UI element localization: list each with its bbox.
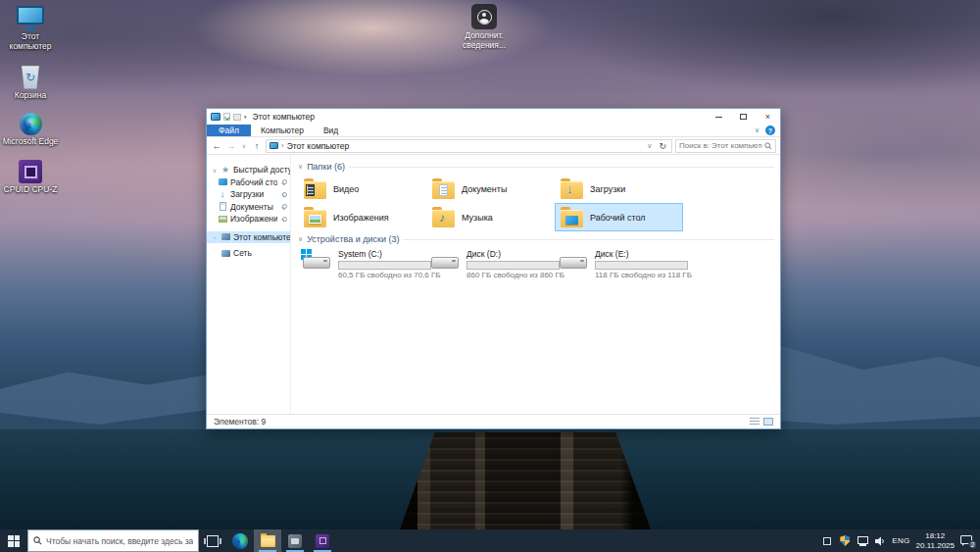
clock[interactable]: 18:12 20.11.2025: [916, 531, 955, 549]
window-app-icon: [211, 113, 220, 121]
folder-tile-downloads[interactable]: ↓ Загрузки: [555, 175, 683, 203]
tab-file[interactable]: Файл: [207, 125, 251, 136]
desktop-icon-edge[interactable]: Microsoft Edge: [0, 113, 61, 147]
history-dropdown-icon[interactable]: ∨: [240, 142, 248, 149]
taskbar-search-box[interactable]: [27, 529, 199, 552]
taskbar-app-button[interactable]: [281, 529, 309, 552]
desktop-icon-label: Корзина: [15, 91, 46, 101]
qat-dropdown-icon[interactable]: ▾: [244, 114, 247, 120]
status-bar: Элементов: 9: [207, 414, 780, 428]
folder-tile-documents[interactable]: Документы: [426, 175, 555, 203]
qat-properties-icon[interactable]: [223, 113, 230, 121]
quick-access-toolbar: ▾: [207, 113, 247, 121]
breadcrumb[interactable]: Этот компьютер: [287, 141, 643, 151]
sidebar-item-network[interactable]: Сеть: [207, 247, 290, 260]
cpuz-icon: [316, 534, 329, 548]
info-label-line2: сведения...: [463, 41, 506, 51]
sidebar-item-pictures[interactable]: Изображения: [207, 213, 290, 226]
maximize-button[interactable]: [731, 109, 756, 125]
expand-icon[interactable]: ∨: [212, 167, 218, 174]
sidebar-item-this-pc[interactable]: › Этот компьютер: [207, 231, 290, 244]
explorer-search-box[interactable]: [675, 139, 776, 153]
pin-icon: [280, 178, 287, 185]
taskbar-search-input[interactable]: [46, 536, 193, 546]
section-chevron-icon[interactable]: ∨: [298, 235, 303, 243]
title-bar[interactable]: ▾ Этот компьютер ×: [207, 109, 780, 125]
ribbon-collapse-icon[interactable]: ∨: [755, 126, 760, 134]
sidebar-item-desktop[interactable]: Рабочий стол: [207, 176, 290, 189]
tab-view[interactable]: Вид: [314, 125, 348, 136]
drive-tile-d[interactable]: Диск (D:) 860 ГБ свободно из 860 ГБ: [426, 247, 555, 274]
search-icon: [764, 142, 772, 150]
desktop-icon-cpuz[interactable]: CPUID CPU-Z: [0, 160, 61, 195]
drive-icon: [429, 249, 463, 271]
address-dropdown-icon[interactable]: ∨: [645, 142, 654, 150]
file-explorer-icon: [261, 535, 275, 547]
edge-icon: [20, 113, 42, 135]
folder-tile-music[interactable]: ♪ Музыка: [426, 203, 555, 231]
pictures-icon: [218, 215, 227, 224]
quick-access-star-icon: ★: [220, 166, 230, 175]
action-center-button[interactable]: 2: [960, 535, 974, 547]
up-button[interactable]: ↑: [251, 141, 263, 151]
hidden-icons-button[interactable]: [821, 535, 833, 547]
back-button[interactable]: ←: [211, 141, 222, 151]
taskbar-explorer-button[interactable]: [254, 529, 281, 552]
task-view-button[interactable]: [199, 529, 226, 552]
volume-tray-button[interactable]: [874, 535, 886, 547]
minimize-button[interactable]: [707, 109, 731, 125]
folder-documents-icon: [432, 181, 455, 199]
address-bar[interactable]: › Этот компьютер ∨ ↻: [266, 139, 672, 153]
qat-new-folder-icon[interactable]: [233, 114, 241, 121]
desktop-icon-info[interactable]: Дополнит. сведения...: [451, 4, 517, 51]
taskbar: ENG 18:12 20.11.2025 2: [0, 529, 980, 552]
security-tray-button[interactable]: [839, 535, 851, 547]
pin-icon: [280, 203, 287, 210]
section-chevron-icon[interactable]: ∨: [298, 163, 303, 171]
forward-button[interactable]: →: [225, 141, 237, 151]
start-button[interactable]: [0, 529, 27, 552]
desktop-icon-this-pc[interactable]: Этот компьютер: [0, 6, 61, 52]
section-header-drives[interactable]: ∨ Устройства и диски (3): [298, 234, 774, 244]
folder-desktop-icon: [561, 210, 583, 227]
notification-badge: 2: [968, 540, 977, 549]
network-tray-button[interactable]: [857, 535, 868, 547]
explorer-search-input[interactable]: [679, 141, 762, 150]
section-header-folders[interactable]: ∨ Папки (6): [298, 162, 774, 172]
tab-computer[interactable]: Компьютер: [251, 125, 314, 136]
desktop-icon-label: Microsoft Edge: [3, 137, 59, 147]
desktop: Этот компьютер ↻ Корзина Microsoft Edge …: [0, 0, 980, 552]
expand-icon[interactable]: ›: [212, 234, 218, 240]
explorer-window: ▾ Этот компьютер × Файл Компьютер Вид ∨ …: [206, 108, 781, 429]
window-controls: ×: [707, 109, 780, 125]
drive-tile-e[interactable]: Диск (E:) 118 ГБ свободно из 118 ГБ: [555, 247, 683, 274]
navigation-bar: ← → ∨ ↑ › Этот компьютер ∨ ↻: [207, 137, 780, 155]
window-title: Этот компьютер: [253, 112, 316, 122]
folder-tile-video[interactable]: Видео: [298, 175, 426, 203]
folders-grid: Видео Документы ↓ Загрузки Изображения: [298, 175, 774, 231]
drive-tile-c[interactable]: System (C:) 60,5 ГБ свободно из 70,6 ГБ: [298, 247, 426, 274]
sidebar-item-documents[interactable]: Документы: [207, 201, 290, 214]
desktop-folder-icon: [218, 177, 227, 186]
navigation-pane: ∨ ★ Быстрый доступ Рабочий стол ↓ Загруз…: [207, 155, 291, 414]
details-view-button[interactable]: [750, 418, 760, 426]
language-indicator[interactable]: ENG: [892, 536, 909, 545]
taskbar-cpuz-button[interactable]: [309, 529, 336, 552]
close-button[interactable]: ×: [756, 109, 780, 125]
thumbnails-view-button[interactable]: [763, 418, 773, 426]
desktop-icon-label: Этот компьютер: [1, 32, 60, 52]
help-button[interactable]: ?: [765, 125, 775, 135]
sidebar-item-downloads[interactable]: ↓ Загрузки: [207, 188, 290, 201]
sidebar-item-quick-access[interactable]: ∨ ★ Быстрый доступ: [207, 164, 290, 176]
refresh-icon[interactable]: ↻: [657, 141, 668, 151]
folder-tile-desktop[interactable]: Рабочий стол: [555, 203, 683, 231]
taskbar-edge-button[interactable]: [226, 529, 254, 552]
info-photo-icon: [471, 4, 497, 29]
folder-music-icon: ♪: [432, 210, 455, 227]
cpuz-icon: [19, 160, 42, 183]
drives-grid: System (C:) 60,5 ГБ свободно из 70,6 ГБ …: [298, 247, 774, 274]
desktop-icon-recycle-bin[interactable]: ↻ Корзина: [0, 65, 61, 101]
windows-logo-icon: [8, 535, 20, 547]
folder-tile-pictures[interactable]: Изображения: [298, 203, 426, 231]
system-tray: ENG 18:12 20.11.2025 2: [817, 529, 980, 552]
